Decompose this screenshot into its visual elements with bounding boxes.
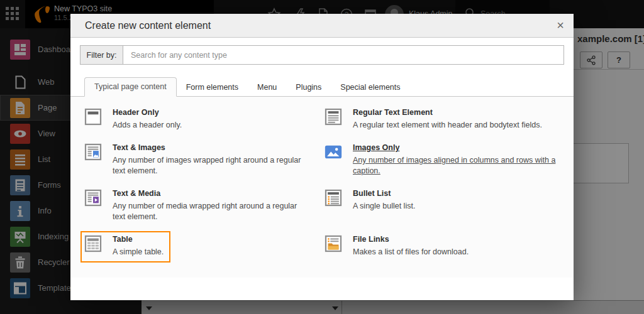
tab-form-elements[interactable]: Form elements xyxy=(177,78,248,97)
ce-title: Images Only xyxy=(353,143,557,153)
ce-description: Adds a header only. xyxy=(113,120,182,131)
ce-description: Any number of images aligned in columns … xyxy=(353,155,557,176)
ce-title: Table xyxy=(113,235,164,244)
ce-item-regular-text[interactable]: Regular Text Element A regular text elem… xyxy=(324,107,542,131)
ce-title: File Links xyxy=(353,235,469,244)
tab-pane-typical-page-content: Header Only Adds a header only. Regular … xyxy=(70,97,574,278)
ce-item-text-images[interactable]: Text & Images Any number of images wrapp… xyxy=(84,143,301,176)
filter-group: Filter by: xyxy=(80,45,564,65)
tab-menu[interactable]: Menu xyxy=(248,78,286,97)
content-type-search-input[interactable] xyxy=(123,45,564,65)
modal-header: Create new content element × xyxy=(70,14,574,38)
text-images-icon xyxy=(84,143,103,161)
ce-title: Regular Text Element xyxy=(353,108,542,117)
filter-label: Filter by: xyxy=(80,45,123,65)
close-icon[interactable]: × xyxy=(557,18,564,32)
ce-description: Any number of media wrapped right around… xyxy=(113,201,301,222)
ce-title: Text & Media xyxy=(113,189,301,198)
ce-description: Any number of images wrapped right aroun… xyxy=(113,155,301,176)
ce-item-header-only[interactable]: Header Only Adds a header only. xyxy=(84,107,182,131)
tab-typical-page-content[interactable]: Typical page content xyxy=(84,77,177,97)
ce-description: Makes a list of files for download. xyxy=(353,247,469,257)
ce-description: A simple table. xyxy=(113,247,164,257)
ce-title: Header Only xyxy=(113,108,182,117)
ce-title: Text & Images xyxy=(113,143,301,153)
ce-item-text-media[interactable]: Text & Media Any number of media wrapped… xyxy=(84,188,301,222)
ce-title: Bullet List xyxy=(353,189,415,198)
ce-item-bullet-list[interactable]: Bullet List A single bullet list. xyxy=(324,188,415,212)
bullet-list-icon xyxy=(324,188,343,207)
ce-item-file-links[interactable]: File Links Makes a list of files for dow… xyxy=(324,234,469,257)
regular-text-icon xyxy=(324,107,343,126)
typo3-backend: New TYPO3 site 11.5.2 ? Klaus Admin Sear… xyxy=(0,0,644,314)
tab-plugins[interactable]: Plugins xyxy=(286,78,331,97)
modal-tabs: Typical page content Form elements Menu … xyxy=(70,78,574,97)
text-media-icon xyxy=(84,188,103,207)
images-only-icon xyxy=(324,143,343,161)
ce-description: A single bullet list. xyxy=(353,201,415,212)
ce-item-images-only[interactable]: Images Only Any number of images aligned… xyxy=(324,143,557,176)
content-element-grid: Header Only Adds a header only. Regular … xyxy=(84,107,564,259)
header-only-icon xyxy=(84,107,103,126)
new-content-element-modal: Create new content element × Filter by: … xyxy=(70,14,574,300)
ce-item-table[interactable]: Table A simple table. xyxy=(80,231,170,263)
ce-description: A regular text element with header and b… xyxy=(353,120,542,131)
tab-special-elements[interactable]: Special elements xyxy=(331,78,409,97)
table-icon xyxy=(84,234,103,253)
modal-title: Create new content element xyxy=(85,20,211,31)
file-links-icon xyxy=(324,234,343,253)
